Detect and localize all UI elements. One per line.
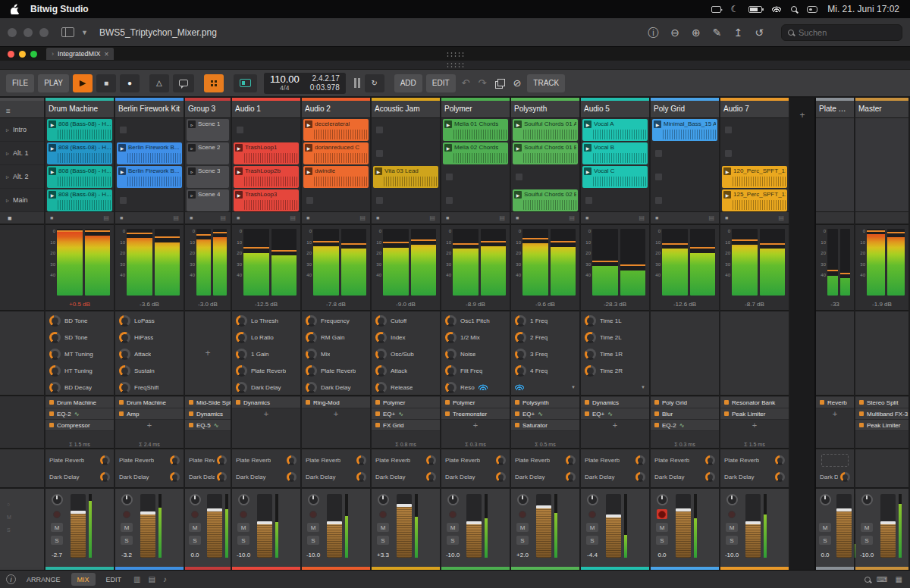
chevron-down-icon[interactable]: ▼ — [81, 29, 88, 36]
view-button-arrange[interactable]: ARRANGE — [20, 573, 67, 586]
zoom-in-icon[interactable]: ⊕ — [692, 27, 701, 38]
panel-resize-handle[interactable] — [0, 61, 910, 70]
mute-button[interactable]: M — [516, 523, 529, 532]
track-menu-button[interactable]: TRACK — [527, 74, 565, 92]
empty-clip-slot[interactable] — [376, 150, 383, 157]
remote-control-knob[interactable] — [445, 365, 457, 377]
clip-stop-button[interactable]: ■ — [725, 215, 728, 220]
solo-button[interactable]: S — [121, 536, 133, 545]
send-knob[interactable] — [287, 455, 297, 465]
pan-knob[interactable] — [726, 494, 738, 505]
clip[interactable]: ▶TrashLoop2b — [234, 166, 299, 188]
device-enable-dot[interactable] — [49, 411, 54, 416]
fader-handle[interactable] — [880, 521, 896, 524]
record-arm-button[interactable] — [190, 509, 200, 519]
clip[interactable]: ▶dwindle — [303, 166, 369, 188]
clip[interactable]: ▶Berlin Firework B... — [117, 166, 182, 188]
solo-button[interactable]: S — [861, 536, 873, 545]
send-knob[interactable] — [426, 455, 436, 465]
send-knob[interactable] — [356, 472, 366, 482]
cancel-icon[interactable]: ⊘ — [510, 77, 523, 89]
device-row[interactable]: EQ+∿ — [581, 408, 649, 420]
device-enable-dot[interactable] — [445, 411, 450, 416]
remote-control-knob[interactable] — [445, 315, 457, 327]
send-knob[interactable] — [775, 455, 785, 465]
scene-launch-row[interactable]: ▹Alt. 1 — [0, 142, 44, 165]
statusbar-search-icon[interactable] — [864, 577, 871, 583]
remote-control-knob[interactable] — [119, 315, 130, 327]
send-knob[interactable] — [287, 472, 297, 482]
channel-header[interactable]: Audio 5 — [581, 98, 649, 118]
volume-fader[interactable] — [880, 494, 896, 558]
remote-control-knob[interactable] — [375, 315, 387, 327]
loop-button[interactable]: ↻ — [365, 74, 384, 92]
volume-fader[interactable] — [327, 494, 342, 558]
clip[interactable]: ▶Minimal_Bass_15 A — [652, 119, 717, 141]
scene-button[interactable]: ▹Scene 1 — [187, 119, 229, 141]
project-tab[interactable]: › IntegratedMIX × — [46, 48, 114, 60]
mute-button[interactable]: M — [819, 523, 831, 532]
remote-control-knob[interactable] — [306, 382, 317, 393]
empty-clip-slot[interactable] — [725, 127, 732, 133]
empty-clip-slot[interactable] — [120, 197, 127, 204]
groove-icon[interactable] — [354, 78, 356, 88]
fader-handle[interactable] — [71, 511, 86, 514]
control-center-icon[interactable] — [807, 6, 817, 13]
device-enable-dot[interactable] — [375, 411, 380, 416]
remote-control-knob[interactable] — [236, 382, 247, 393]
clip[interactable]: ▶Soulful Chords 01 A — [513, 119, 578, 141]
device-enable-dot[interactable] — [375, 400, 380, 405]
mute-button[interactable]: M — [121, 523, 133, 532]
record-arm-button[interactable] — [121, 509, 132, 519]
clip-stop-button[interactable]: ■ — [655, 215, 658, 220]
remote-control-knob[interactable] — [236, 332, 247, 343]
moon-icon[interactable]: ☾ — [731, 4, 739, 14]
clip[interactable]: ▶808 (Bass-08) - H... — [47, 119, 112, 141]
remote-control-knob[interactable] — [585, 349, 596, 360]
fader-handle[interactable] — [207, 508, 222, 511]
device-enable-dot[interactable] — [189, 411, 193, 416]
device-row[interactable]: Drum Machine — [46, 397, 114, 408]
send-knob[interactable] — [635, 455, 645, 465]
empty-clip-slot[interactable] — [306, 197, 313, 204]
remote-control-knob[interactable] — [306, 365, 317, 377]
chevron-down-icon[interactable]: ▼ — [641, 385, 645, 389]
clip[interactable]: ▶dorianreduced C — [303, 142, 369, 164]
zoom-out-icon[interactable]: ⊖ — [670, 27, 679, 38]
pan-knob[interactable] — [517, 494, 529, 505]
device-enable-dot[interactable] — [724, 400, 729, 405]
fader-handle[interactable] — [140, 511, 155, 514]
volume-fader[interactable] — [606, 494, 621, 558]
pan-knob[interactable] — [121, 494, 133, 505]
device-row[interactable]: Polymer — [441, 397, 510, 408]
solo-button[interactable]: S — [237, 536, 249, 545]
mute-button[interactable]: M — [726, 523, 738, 532]
device-row[interactable]: EQ-2∿ — [46, 408, 114, 420]
song-position[interactable]: 2.4.2.17 — [312, 74, 340, 83]
record-arm-button[interactable] — [517, 509, 528, 519]
keyboard-icon[interactable]: ⌨ — [875, 575, 889, 583]
empty-clip-slot[interactable] — [516, 174, 522, 180]
remote-control-knob[interactable] — [585, 332, 596, 343]
send-knob[interactable] — [496, 472, 506, 482]
solo-button[interactable]: S — [516, 536, 529, 545]
spotlight-icon[interactable] — [791, 6, 797, 12]
bitwig-close-button[interactable] — [8, 51, 14, 58]
add-device-button[interactable]: + — [232, 408, 300, 418]
rotate-icon[interactable]: ↺ — [755, 27, 764, 38]
device-enable-dot[interactable] — [49, 423, 54, 427]
solo-button[interactable]: S — [586, 536, 598, 545]
redo-icon[interactable]: ↷ — [476, 77, 489, 89]
clip[interactable]: ▶decelerateral — [303, 119, 369, 141]
device-row[interactable]: Stereo Split — [855, 397, 908, 408]
remote-control-knob[interactable] — [375, 382, 387, 393]
channel-header[interactable]: Polymer — [441, 98, 510, 118]
channel-header[interactable]: Poly Grid — [651, 98, 719, 118]
clip-stop-button[interactable]: ■ — [237, 215, 240, 220]
clip-stop-button[interactable]: ■ — [120, 215, 123, 220]
device-row[interactable]: Blur — [651, 408, 719, 420]
clip[interactable]: ▶808 (Bass-08) - H... — [47, 166, 112, 188]
apple-logo[interactable] — [11, 4, 20, 14]
device-enable-dot[interactable] — [119, 400, 124, 405]
play-button[interactable]: ▶ — [73, 74, 93, 92]
